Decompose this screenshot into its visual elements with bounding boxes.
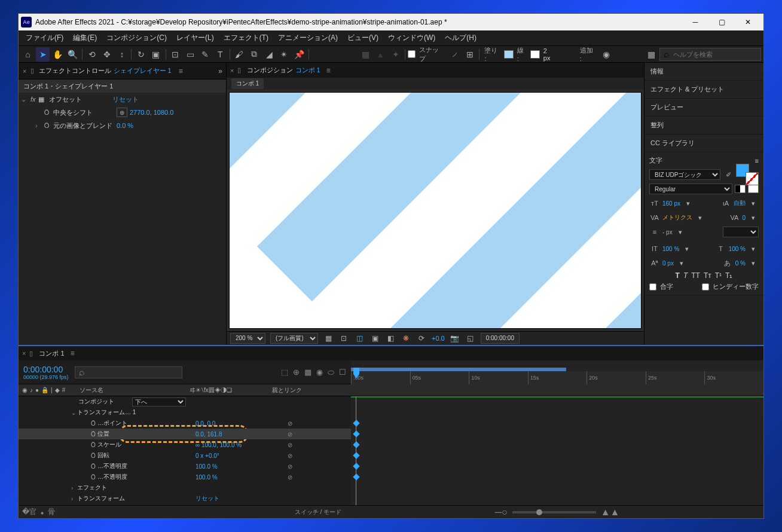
tl-icon[interactable]: ▦: [304, 368, 311, 377]
brush-tool-icon[interactable]: 🖌: [233, 47, 246, 62]
comp-tab[interactable]: コンポジション コンポ 1: [245, 65, 322, 76]
menu-item[interactable]: ウィンドウ(W): [383, 31, 440, 45]
leading-value[interactable]: 自動: [734, 199, 746, 207]
tl-foot-icon[interactable]: ⬥: [40, 508, 44, 516]
grid-icon[interactable]: ▦: [323, 334, 334, 343]
vscale[interactable]: 100 %: [662, 246, 679, 252]
viewport[interactable]: [227, 90, 644, 331]
timeline-property-row[interactable]: ⌄トランスフォーム… 1: [19, 407, 351, 418]
solo-icon[interactable]: ●: [35, 387, 39, 393]
tracking-value[interactable]: 0: [742, 215, 746, 221]
minimize-button[interactable]: ─: [682, 14, 708, 30]
pan-tool-icon[interactable]: ✥: [100, 47, 114, 62]
zoom-out-icon[interactable]: ─○: [495, 507, 508, 518]
hindi-checkbox[interactable]: [702, 283, 709, 291]
parent-header[interactable]: 親とリンク: [266, 384, 351, 396]
stopwatch-icon[interactable]: Ö: [89, 431, 97, 438]
stopwatch-icon[interactable]: Ö: [42, 109, 51, 116]
help-search[interactable]: ⌕: [659, 48, 761, 61]
timeline-property-row[interactable]: Ö…不透明度100.0 %⊘: [19, 472, 351, 482]
anchor-tool-icon[interactable]: ⊡: [168, 47, 182, 62]
mask-icon[interactable]: ◫: [354, 334, 365, 343]
panel-close-icon[interactable]: ×: [21, 68, 28, 75]
stopwatch-icon[interactable]: Ö: [89, 463, 97, 470]
swap-swatch[interactable]: [748, 185, 759, 193]
stroke-px[interactable]: 2 px: [541, 47, 558, 62]
smallcaps-button[interactable]: Tт: [704, 271, 711, 280]
menu-item[interactable]: アニメーション(A): [273, 31, 343, 45]
stroke-width[interactable]: - px: [662, 229, 673, 236]
fill-swatch[interactable]: [504, 50, 513, 59]
guides-icon[interactable]: ⊡: [338, 334, 349, 343]
tl-icon[interactable]: ⬚: [281, 368, 288, 377]
menu-item[interactable]: エフェクト(T): [219, 31, 273, 45]
selection-tool-icon[interactable]: ➤: [36, 47, 50, 62]
dolly-tool-icon[interactable]: ↕: [115, 47, 129, 62]
puppet-tool-icon[interactable]: 📌: [292, 47, 306, 62]
panel-header[interactable]: 情報: [644, 63, 763, 81]
source-name-header[interactable]: ソース名: [76, 384, 190, 396]
panel-expand-icon[interactable]: »: [218, 67, 222, 75]
tl-close-icon[interactable]: ×: [22, 350, 26, 357]
parent-link-icon[interactable]: ⊘: [276, 442, 292, 448]
exposure-value[interactable]: +0.0: [432, 335, 445, 342]
tl-icon[interactable]: ◉: [316, 368, 323, 377]
audio-icon[interactable]: ♪: [30, 387, 33, 393]
parent-link-icon[interactable]: ⊘: [276, 431, 292, 438]
dropdown[interactable]: 下へ: [132, 398, 186, 406]
parent-link-icon[interactable]: ⊘: [276, 452, 292, 459]
panel-menu-icon[interactable]: ≡: [755, 157, 759, 164]
prop-shift-value[interactable]: 2770.0, 1080.0: [130, 109, 173, 116]
target-button[interactable]: ⊕: [117, 108, 127, 117]
menu-item[interactable]: ファイル(F): [21, 31, 68, 45]
timeline-property-row[interactable]: Öスケール∞ 100.0, 100.0 %⊘: [19, 439, 351, 450]
clone-tool-icon[interactable]: ⧉: [248, 47, 261, 62]
panel-header[interactable]: プレビュー: [644, 99, 763, 117]
tl-foot-icon[interactable]: �官: [22, 507, 36, 517]
style-select[interactable]: Regular: [649, 184, 732, 194]
switch-mode-toggle[interactable]: スイッチ / モード: [295, 508, 341, 516]
menu-item[interactable]: ビュー(V): [343, 31, 383, 45]
stopwatch-icon[interactable]: Ö: [89, 474, 97, 481]
eraser-tool-icon[interactable]: ◢: [262, 47, 276, 62]
hand-tool-icon[interactable]: ✋: [51, 47, 65, 62]
stroke-style[interactable]: [723, 227, 759, 237]
property-value[interactable]: 0.0, 161.8: [192, 431, 222, 438]
reset-link[interactable]: リセット: [192, 494, 219, 503]
subscript-button[interactable]: T₁: [725, 271, 732, 280]
zoom-slider[interactable]: [512, 511, 596, 513]
time-ruler[interactable]: :00s05s10s15s20s25s30s: [351, 360, 763, 384]
prop-blend-value[interactable]: 0.0 %: [117, 122, 133, 129]
preview-time[interactable]: 0:00:00:00: [481, 333, 520, 344]
timeline-property-row[interactable]: Ö…ポイント0.0, 0.0⊘: [19, 418, 351, 429]
pen-tool-icon[interactable]: ✎: [198, 47, 212, 62]
menu-item[interactable]: コンポジション(C): [102, 31, 172, 45]
italic-button[interactable]: T: [683, 271, 688, 280]
parent-link-icon[interactable]: ⊘: [276, 463, 292, 470]
eyedropper-icon[interactable]: ✐: [723, 171, 734, 179]
kerning-value[interactable]: メトリクス: [662, 213, 692, 222]
exposure-icon[interactable]: ⟳: [416, 334, 427, 343]
workspace-icon[interactable]: ▦: [644, 47, 658, 62]
timeline-tab[interactable]: コンポ 1: [36, 348, 66, 359]
stopwatch-icon[interactable]: Ö: [89, 452, 97, 459]
superscript-button[interactable]: T¹: [715, 271, 722, 280]
label-icon[interactable]: ◆: [55, 387, 60, 393]
shape-tool-icon[interactable]: ▭: [184, 47, 197, 62]
camera-tool-icon[interactable]: ▣: [149, 47, 163, 62]
hscale[interactable]: 100 %: [729, 246, 746, 252]
menu-item[interactable]: レイヤー(L): [172, 31, 219, 45]
bone-icon[interactable]: ⟁: [374, 47, 387, 62]
reset-link[interactable]: リセット: [112, 95, 139, 104]
property-value[interactable]: ∞ 100.0, 100.0 %: [192, 442, 242, 448]
lock-icon[interactable]: ▯: [30, 67, 34, 75]
panel-menu-icon[interactable]: ≡: [176, 67, 185, 75]
stopwatch-icon[interactable]: Ö: [89, 420, 97, 427]
timeline-property-row[interactable]: Ö回転0 x +0.0°⊘: [19, 450, 351, 461]
region-icon[interactable]: ▣: [369, 334, 380, 343]
effect-name[interactable]: オフセット: [47, 95, 112, 104]
tl-foot-icon[interactable]: 骨: [48, 507, 55, 517]
baseline[interactable]: 0 px: [662, 260, 674, 267]
font-select[interactable]: BIZ UDPゴシック: [649, 169, 720, 180]
home-icon[interactable]: ⌂: [21, 47, 35, 62]
